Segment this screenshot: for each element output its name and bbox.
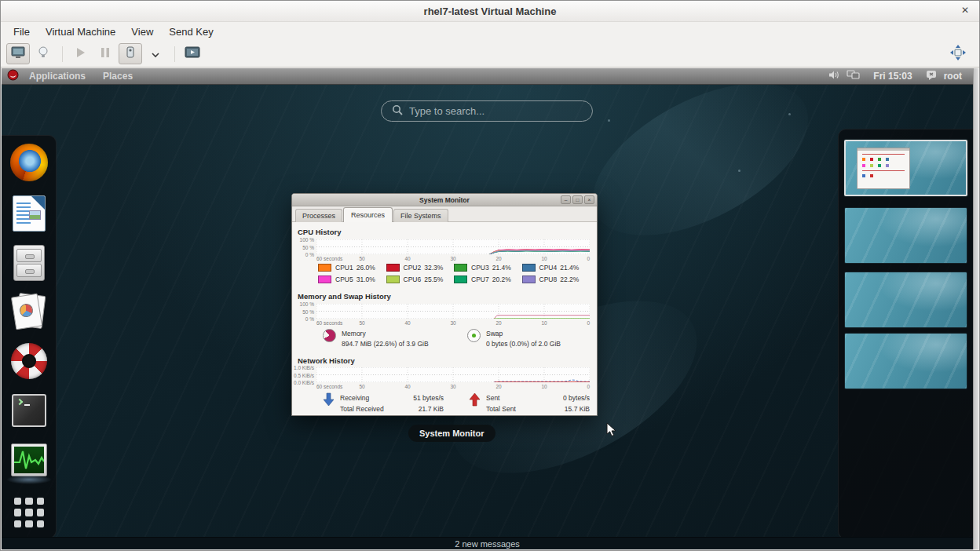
chevron-down-icon xyxy=(151,47,160,61)
workspace-thumbnail-2[interactable] xyxy=(844,207,967,264)
resize-icon xyxy=(949,44,967,64)
cpu-legend-item: CPU232.3% xyxy=(386,264,455,272)
shutdown-icon xyxy=(125,46,136,63)
close-button[interactable]: × xyxy=(584,195,594,204)
console-view-button[interactable] xyxy=(6,43,30,64)
background-dot xyxy=(788,113,791,115)
shutdown-button[interactable] xyxy=(119,43,142,64)
window-caption-pill: System Monitor xyxy=(408,425,495,442)
message-tray[interactable]: 2 new messages xyxy=(2,537,973,549)
workspace-thumbnail-3[interactable] xyxy=(844,272,967,328)
cpu-legend-item: CPU421.4% xyxy=(522,264,591,272)
x-tick-label: 10 xyxy=(541,384,547,389)
run-button[interactable] xyxy=(68,43,92,64)
topbar-applications[interactable]: Applications xyxy=(22,71,93,82)
running-indicator-glow xyxy=(6,475,52,484)
system-monitor-titlebar[interactable]: System Monitor – □ × xyxy=(292,194,597,206)
minimize-button[interactable]: – xyxy=(561,195,571,204)
volume-icon[interactable] xyxy=(828,70,839,82)
maximize-button[interactable]: □ xyxy=(572,195,583,204)
search-input[interactable] xyxy=(409,105,566,117)
vm-scrollbar[interactable] xyxy=(973,68,978,549)
dock-item-app-grid[interactable] xyxy=(10,494,48,531)
details-button[interactable] xyxy=(31,43,55,64)
system-monitor-title: System Monitor xyxy=(419,196,470,204)
app-grid-icon xyxy=(14,498,44,527)
menu-send-key[interactable]: Send Key xyxy=(161,24,221,40)
tab-processes[interactable]: Processes xyxy=(295,209,342,222)
display-play-icon xyxy=(184,46,201,63)
shutdown-menu-button[interactable] xyxy=(144,43,167,64)
topbar-left: Applications Places xyxy=(2,69,140,83)
gnome-topbar: Applications Places Fri 15:03 root xyxy=(2,68,973,85)
monitor-icon xyxy=(10,46,26,63)
toolbar-divider xyxy=(1,67,979,68)
dock-item-files[interactable] xyxy=(10,244,48,282)
topbar-right: Fri 15:03 root xyxy=(828,70,973,82)
y-tick-label: 0.5 KiB/s xyxy=(294,372,314,378)
topbar-user-menu[interactable]: root xyxy=(944,71,962,82)
menu-virtual-machine[interactable]: Virtual Machine xyxy=(38,24,123,40)
search-bar[interactable] xyxy=(381,100,593,122)
window-caption-text: System Monitor xyxy=(419,429,485,438)
topbar-places[interactable]: Places xyxy=(96,71,140,82)
download-arrow-icon xyxy=(323,392,335,414)
chat-icon[interactable] xyxy=(926,70,937,82)
documents-icon xyxy=(10,293,48,330)
system-monitor-window[interactable]: System Monitor – □ × Processes Resources… xyxy=(291,193,598,416)
x-tick-label: 60 seconds xyxy=(316,320,342,326)
y-tick-label: 50 % xyxy=(302,244,314,250)
system-monitor-tabs: Processes Resources File Systems xyxy=(292,206,597,222)
topbar-clock[interactable]: Fri 15:03 xyxy=(873,71,912,82)
screenshot-button[interactable] xyxy=(181,43,204,64)
upload-arrow-icon xyxy=(469,392,481,414)
x-tick-label: 0 xyxy=(587,384,590,389)
virt-manager-window: rhel7-latest Virtual Machine ✕ File Virt… xyxy=(0,0,980,551)
memory-history-plot xyxy=(316,304,590,319)
pause-icon xyxy=(100,47,111,61)
menu-file[interactable]: File xyxy=(5,24,38,40)
cpu-history-plot xyxy=(316,239,590,254)
network-icon[interactable] xyxy=(847,70,860,82)
cpu3-color-chip xyxy=(454,264,467,272)
x-tick-label: 0 xyxy=(587,256,590,261)
window-controls: – □ × xyxy=(561,195,594,204)
window-titlebar[interactable]: rhel7-latest Virtual Machine ✕ xyxy=(1,1,979,22)
y-tick-label: 0.0 KiB/s xyxy=(294,380,314,385)
dock-item-documents[interactable] xyxy=(10,293,48,330)
cpu4-color-chip xyxy=(522,264,536,272)
menu-view[interactable]: View xyxy=(123,24,161,40)
close-icon[interactable]: ✕ xyxy=(961,5,969,15)
workspace-thumbnail-4[interactable] xyxy=(844,333,967,389)
toolbar-separator xyxy=(174,46,175,62)
x-tick-label: 0 xyxy=(587,320,590,326)
resize-to-vm-button[interactable] xyxy=(946,43,970,64)
dock-item-terminal[interactable] xyxy=(10,392,48,429)
tab-file-systems[interactable]: File Systems xyxy=(393,209,448,222)
dock-item-help[interactable] xyxy=(10,342,48,380)
cpu8-color-chip xyxy=(522,276,536,283)
x-tick-label: 20 xyxy=(495,384,501,389)
dock-item-libreoffice-writer[interactable] xyxy=(10,195,48,232)
swap-value: 0 bytes (0.0%) of 2.0 GiB xyxy=(486,339,561,349)
x-tick-label: 60 seconds xyxy=(316,384,342,389)
memory-label: Memory xyxy=(342,329,429,339)
background-dot xyxy=(738,170,740,172)
network-y-axis: 1.0 KiB/s0.5 KiB/s0.0 KiB/s xyxy=(294,367,315,382)
toolbar xyxy=(1,42,979,66)
tab-resources[interactable]: Resources xyxy=(343,207,393,222)
memory-y-axis: 100 %50 %0 % xyxy=(294,304,315,319)
memory-pie-icon xyxy=(323,329,336,342)
dock-item-firefox[interactable] xyxy=(10,144,48,181)
pause-button[interactable] xyxy=(93,43,117,64)
workspace-thumbnail-1[interactable] xyxy=(844,140,967,196)
libreoffice-writer-icon xyxy=(13,195,46,232)
x-tick-label: 30 xyxy=(450,384,455,389)
x-tick-label: 40 xyxy=(404,384,410,389)
toolbar-separator xyxy=(62,46,63,62)
receiving-legend: Receiving51 bytes/s Total Received21.7 K… xyxy=(323,392,444,414)
dock-item-system-monitor[interactable] xyxy=(10,441,48,479)
lightbulb-icon xyxy=(37,46,49,63)
x-tick-label: 30 xyxy=(450,320,455,326)
cpu-x-axis: 60 seconds50403020100 xyxy=(316,255,590,261)
